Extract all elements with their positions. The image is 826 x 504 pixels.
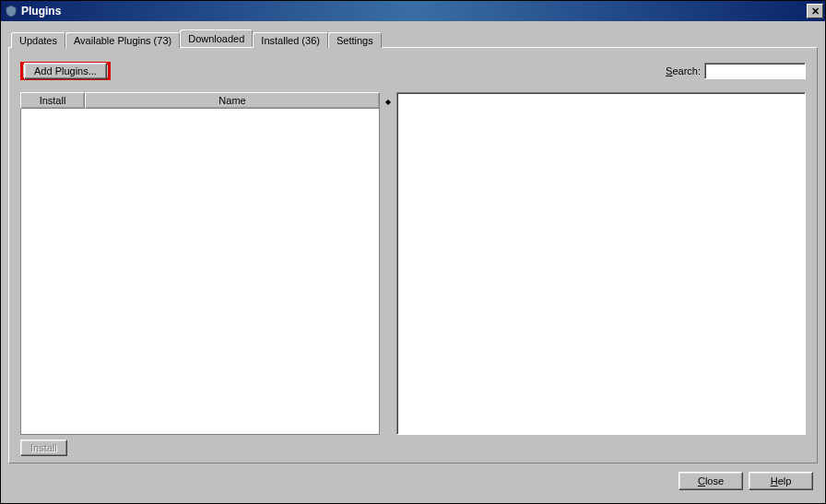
svg-marker-1 [388, 100, 391, 105]
content-row: Install Name [20, 92, 806, 435]
column-install[interactable]: Install [20, 92, 85, 109]
tab-settings[interactable]: Settings [328, 32, 382, 48]
window-close-button[interactable]: ✕ [807, 4, 823, 18]
panel-top-row: Add Plugins... Search: [20, 57, 806, 85]
tab-available-plugins[interactable]: Available Plugins (73) [65, 32, 180, 48]
client-area: Updates Available Plugins (73) Downloade… [1, 21, 825, 503]
window-title: Plugins [21, 5, 61, 18]
tab-installed[interactable]: Installed (36) [253, 32, 328, 48]
help-button[interactable]: Help [749, 472, 813, 490]
table-header: Install Name [20, 92, 380, 109]
search-wrap: Search: [666, 63, 806, 79]
svg-marker-0 [385, 100, 388, 105]
table-body[interactable] [20, 109, 380, 435]
install-row: Install [20, 442, 806, 453]
dialog-buttons: Close Help [6, 463, 820, 498]
tab-downloaded[interactable]: Downloaded [180, 29, 253, 47]
titlebar-left: Plugins [5, 5, 61, 18]
tab-updates[interactable]: Updates [11, 32, 65, 48]
search-input[interactable] [704, 63, 806, 79]
column-name[interactable]: Name [85, 92, 380, 109]
add-plugins-highlight: Add Plugins... [20, 62, 111, 80]
plugins-table: Install Name [20, 92, 380, 435]
details-pane [396, 92, 806, 435]
plugins-window: Plugins ✕ Updates Available Plugins (73)… [0, 0, 826, 504]
install-button[interactable]: Install [20, 440, 67, 456]
tab-panel-downloaded: Add Plugins... Search: Install Name [8, 47, 818, 463]
splitter[interactable] [385, 92, 391, 435]
close-button[interactable]: Close [678, 472, 743, 490]
tabs: Updates Available Plugins (73) Downloade… [6, 29, 820, 47]
splitter-handle-icon [385, 98, 391, 107]
search-label: Search: [666, 65, 701, 76]
close-icon: ✕ [811, 6, 820, 18]
app-icon [5, 5, 18, 18]
titlebar: Plugins ✕ [1, 1, 825, 21]
add-plugins-button[interactable]: Add Plugins... [24, 63, 107, 79]
